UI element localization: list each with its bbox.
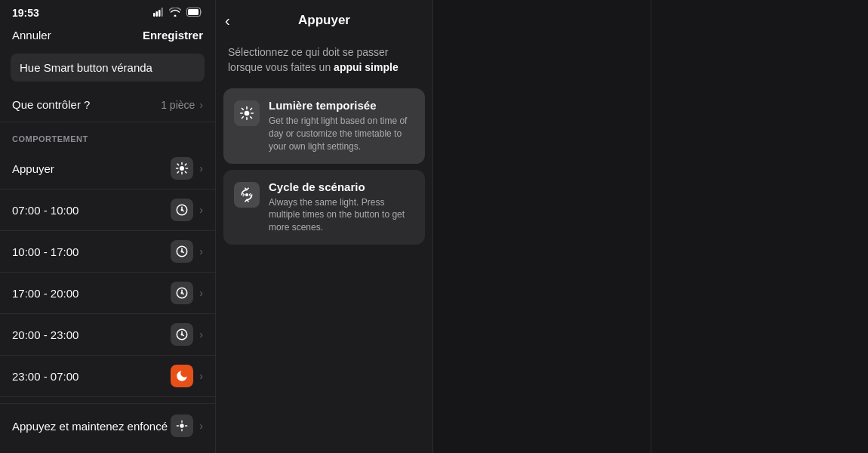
svg-line-11 xyxy=(177,164,179,165)
hold-chevron: › xyxy=(199,420,203,432)
svg-point-31 xyxy=(180,424,184,427)
moon-icon xyxy=(175,369,189,383)
time-slot-2[interactable]: 17:00 - 20:00 › xyxy=(0,273,215,314)
sun-option-icon xyxy=(239,106,254,121)
appuyer-icon-badge xyxy=(171,157,193,180)
svg-line-43 xyxy=(251,109,252,110)
time-slot-1[interactable]: 10:00 - 17:00 › xyxy=(0,231,215,273)
appuyer-row[interactable]: Appuyer › xyxy=(0,148,215,190)
appuyer-chevron: › xyxy=(199,162,203,174)
top-nav: Annuler Enregistrer xyxy=(0,23,215,48)
option-lumiere[interactable]: Lumière temporisée Get the right light b… xyxy=(223,88,425,163)
lumiere-desc: Get the right light based on time of day… xyxy=(269,115,414,153)
svg-line-44 xyxy=(242,117,244,119)
svg-point-45 xyxy=(245,193,248,196)
cycle-option-icon xyxy=(239,187,254,202)
svg-line-41 xyxy=(242,109,244,110)
cycle-desc: Always the same light. Press multiple ti… xyxy=(269,196,414,234)
svg-point-6 xyxy=(180,166,184,171)
svg-line-12 xyxy=(186,171,187,173)
behavior-section-label: COMPORTEMENT xyxy=(0,122,215,148)
signal-icon xyxy=(153,8,164,18)
hold-icon-badge xyxy=(171,414,193,437)
hold-icon xyxy=(176,420,188,432)
time-slot-icon-2 xyxy=(171,282,193,304)
clock-icon-3 xyxy=(175,328,189,341)
status-time: 19:53 xyxy=(12,7,39,19)
panel-settings: 19:53 xyxy=(0,0,216,453)
hold-right: › xyxy=(171,414,203,437)
time-slot-right-0: › xyxy=(171,199,203,221)
panel2-nav: ‹ Appuyer xyxy=(216,0,432,38)
svg-point-36 xyxy=(245,111,250,116)
save-button[interactable]: Enregistrer xyxy=(143,29,203,42)
option-cycle[interactable]: Cycle de scénario Always the same light.… xyxy=(223,170,425,245)
chevron-2: › xyxy=(199,287,203,299)
chevron-icon: › xyxy=(199,99,203,111)
cycle-content: Cycle de scénario Always the same light.… xyxy=(269,180,414,234)
control-value-text: 1 pièce xyxy=(161,99,195,111)
time-slot-icon-3 xyxy=(171,323,193,346)
lumiere-title: Lumière temporisée xyxy=(269,99,414,112)
time-slot-label-1: 10:00 - 17:00 xyxy=(12,245,78,258)
panel-4-empty xyxy=(651,0,869,453)
svg-rect-0 xyxy=(153,13,155,17)
device-name-container xyxy=(0,48,215,88)
cancel-button[interactable]: Annuler xyxy=(12,29,51,42)
chevron-4: › xyxy=(199,370,203,382)
panel-3-empty xyxy=(433,0,651,453)
time-slot-3[interactable]: 20:00 - 23:00 › xyxy=(0,314,215,356)
device-name-input[interactable] xyxy=(11,54,205,82)
panel2-description: Sélectionnez ce qui doit se passer lorsq… xyxy=(216,38,432,88)
time-slot-icon-1 xyxy=(171,240,193,263)
control-label: Que contrôler ? xyxy=(12,98,90,111)
clock-icon-2 xyxy=(175,286,189,300)
svg-rect-2 xyxy=(159,10,161,17)
cycle-icon xyxy=(234,182,260,208)
footer-link: (c) http://www... xyxy=(0,448,215,453)
hold-label: Appuyez et maintenez enfoncé xyxy=(12,420,168,433)
svg-rect-3 xyxy=(162,8,164,17)
lumiere-icon xyxy=(234,100,260,126)
status-icons xyxy=(153,6,203,20)
time-slot-right-1: › xyxy=(171,240,203,263)
svg-line-13 xyxy=(186,164,187,165)
clock-icon-0 xyxy=(175,203,189,217)
time-slot-right-2: › xyxy=(171,282,203,304)
svg-line-14 xyxy=(177,171,179,173)
chevron-3: › xyxy=(199,328,203,341)
time-slot-0[interactable]: 07:00 - 10:00 › xyxy=(0,190,215,231)
panel2-title: Appuyer xyxy=(228,13,420,28)
time-slot-right-4: › xyxy=(171,365,203,387)
description-bold: appui simple xyxy=(334,61,399,73)
appuyer-label: Appuyer xyxy=(12,162,54,175)
time-slot-icon-0 xyxy=(171,199,193,221)
control-value: 1 pièce › xyxy=(161,99,203,111)
back-button[interactable]: ‹ xyxy=(225,12,230,29)
time-slot-label-3: 20:00 - 23:00 xyxy=(12,328,78,341)
status-bar: 19:53 xyxy=(0,0,215,23)
time-slot-icon-4 xyxy=(171,365,193,387)
svg-line-42 xyxy=(251,117,252,119)
sun-icon xyxy=(175,162,189,175)
time-slot-label-4: 23:00 - 07:00 xyxy=(12,370,78,383)
control-row[interactable]: Que contrôler ? 1 pièce › xyxy=(0,88,215,122)
chevron-0: › xyxy=(199,204,203,216)
chevron-1: › xyxy=(199,245,203,257)
svg-rect-5 xyxy=(188,9,199,15)
lumiere-content: Lumière temporisée Get the right light b… xyxy=(269,99,414,153)
cycle-title: Cycle de scénario xyxy=(269,180,414,193)
time-slot-right-3: › xyxy=(171,323,203,346)
time-slot-4[interactable]: 23:00 - 07:00 › xyxy=(0,356,215,397)
wifi-icon xyxy=(169,6,181,20)
time-slot-label-2: 17:00 - 20:00 xyxy=(12,287,78,300)
battery-icon xyxy=(186,6,203,20)
panel-appuyer: ‹ Appuyer Sélectionnez ce qui doit se pa… xyxy=(216,0,433,453)
hold-row[interactable]: Appuyez et maintenez enfoncé › xyxy=(0,403,215,448)
appuyer-right: › xyxy=(171,157,203,180)
time-slot-label-0: 07:00 - 10:00 xyxy=(12,204,78,217)
clock-icon-1 xyxy=(175,245,189,258)
svg-rect-1 xyxy=(156,11,159,17)
